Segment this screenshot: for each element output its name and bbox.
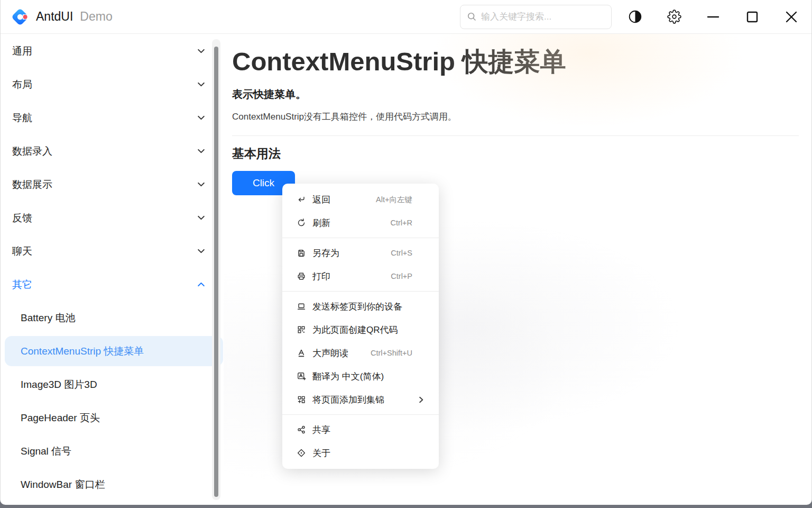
context-menu-label: 返回 — [312, 194, 330, 206]
sidebar-group-layout[interactable]: 布局 — [1, 68, 224, 101]
sidebar-scrollbar-track[interactable] — [212, 39, 220, 500]
chevron-down-icon — [197, 147, 206, 156]
theme-contrast-button[interactable] — [623, 5, 647, 29]
context-menu-item-read-aloud[interactable]: 大声朗读 Ctrl+Shift+U — [282, 341, 439, 365]
sidebar-item-label: ContextMenuStrip 快捷菜单 — [21, 344, 144, 358]
app-name: AntdUI — [36, 10, 73, 24]
about-icon — [296, 448, 307, 458]
context-menu-shortcut: Ctrl+R — [391, 219, 413, 227]
app-mode-label: Demo — [80, 10, 112, 24]
maximize-button[interactable] — [741, 5, 764, 29]
chevron-down-icon — [197, 180, 206, 189]
context-menu-label: 发送标签页到你的设备 — [312, 301, 402, 313]
context-menu-item-print[interactable]: 打印 Ctrl+P — [282, 265, 439, 288]
chevron-up-icon — [197, 280, 206, 289]
sidebar-group-label: 聊天 — [12, 244, 32, 258]
translate-icon — [296, 371, 307, 381]
context-menu-item-add-to-collections[interactable]: 将页面添加到集锦 — [282, 388, 439, 411]
sidebar-group-general[interactable]: 通用 — [1, 34, 224, 68]
context-menu-item-about[interactable]: 关于 — [282, 441, 439, 465]
titlebar: AntdUI Demo — [1, 0, 811, 34]
sidebar-group-label: 数据展示 — [12, 178, 52, 192]
context-menu-item-back[interactable]: 返回 Alt+向左键 — [282, 188, 439, 211]
read-aloud-icon — [296, 348, 307, 358]
search-icon — [467, 12, 477, 22]
sidebar-item-windowbar[interactable]: WindowBar 窗口栏 — [1, 468, 224, 501]
sidebar-group-label: 导航 — [12, 111, 32, 125]
gear-icon — [667, 10, 681, 24]
context-menu: 返回 Alt+向左键 刷新 Ctrl+R 另存为 Ctrl+S — [282, 184, 439, 469]
antdui-logo-icon — [10, 7, 30, 27]
sidebar-group-label: 通用 — [12, 44, 32, 58]
context-menu-shortcut: Ctrl+Shift+U — [371, 349, 412, 357]
titlebar-buttons — [623, 5, 803, 29]
settings-button[interactable] — [662, 5, 686, 29]
context-menu-item-refresh[interactable]: 刷新 Ctrl+R — [282, 211, 439, 234]
section-divider — [232, 135, 799, 136]
context-menu-shortcut: Alt+向左键 — [376, 195, 412, 205]
sidebar: 通用 布局 导航 数据录入 数据展示 反馈 — [1, 34, 224, 504]
sidebar-item-label: Signal 信号 — [21, 444, 71, 458]
minimize-button[interactable] — [702, 5, 725, 29]
search-box[interactable] — [460, 5, 612, 29]
sidebar-group-label: 反馈 — [12, 211, 32, 225]
context-menu-label: 翻译为 中文(简体) — [312, 370, 384, 383]
context-menu-label: 将页面添加到集锦 — [312, 394, 384, 406]
context-menu-label: 另存为 — [312, 247, 339, 259]
sidebar-item-image3d[interactable]: Image3D 图片3D — [1, 368, 224, 401]
chevron-down-icon — [197, 80, 206, 89]
qr-code-icon — [296, 325, 307, 334]
sidebar-scrollbar-thumb[interactable] — [214, 47, 218, 497]
context-menu-item-translate[interactable]: 翻译为 中文(简体) — [282, 365, 439, 388]
maximize-icon — [745, 10, 759, 24]
send-to-device-icon — [296, 302, 307, 311]
sidebar-group-label: 数据录入 — [12, 144, 52, 158]
sidebar-item-signal[interactable]: Signal 信号 — [1, 434, 224, 468]
refresh-icon — [296, 218, 307, 228]
context-menu-shortcut: Ctrl+P — [391, 272, 412, 280]
titlebar-right — [460, 5, 803, 29]
app-brand: AntdUI Demo — [10, 7, 113, 27]
context-menu-item-save-as[interactable]: 另存为 Ctrl+S — [282, 241, 439, 265]
sidebar-group-data-display[interactable]: 数据展示 — [1, 168, 224, 201]
context-menu-item-create-qr[interactable]: 为此页面创建QR代码 — [282, 318, 439, 341]
share-icon — [296, 425, 307, 434]
sidebar-item-label: Battery 电池 — [21, 311, 75, 325]
sidebar-group-chat[interactable]: 聊天 — [1, 234, 224, 268]
save-icon — [296, 248, 307, 258]
section-title: 基本用法 — [232, 146, 799, 162]
context-menu-label: 打印 — [312, 270, 330, 283]
sidebar-item-pageheader[interactable]: PageHeader 页头 — [1, 401, 224, 434]
sidebar-group-label: 布局 — [12, 78, 32, 92]
back-icon — [296, 195, 307, 204]
submenu-chevron-right-icon — [417, 396, 425, 404]
sidebar-item-label: WindowBar 窗口栏 — [21, 478, 105, 492]
close-button[interactable] — [780, 5, 803, 29]
contrast-icon — [628, 10, 642, 24]
context-menu-label: 关于 — [312, 447, 330, 459]
chevron-down-icon — [197, 47, 206, 56]
search-input[interactable] — [481, 12, 605, 22]
sidebar-group-label: 其它 — [12, 278, 32, 292]
chevron-down-icon — [197, 213, 206, 222]
close-icon — [785, 10, 798, 24]
sidebar-group-feedback[interactable]: 反馈 — [1, 201, 224, 234]
sidebar-group-data-entry[interactable]: 数据录入 — [1, 134, 224, 168]
context-menu-item-send-to-device[interactable]: 发送标签页到你的设备 — [282, 295, 439, 318]
sidebar-group-navigation[interactable]: 导航 — [1, 101, 224, 134]
sidebar-item-label: PageHeader 页头 — [21, 411, 100, 425]
context-menu-item-share[interactable]: 共享 — [282, 418, 439, 441]
context-menu-label: 为此页面创建QR代码 — [312, 324, 398, 336]
minimize-icon — [706, 10, 720, 24]
app-window: AntdUI Demo — [0, 0, 812, 505]
sidebar-group-other[interactable]: 其它 — [1, 268, 224, 301]
printer-icon — [296, 271, 307, 281]
sidebar-item-battery[interactable]: Battery 电池 — [1, 301, 224, 334]
context-menu-divider — [282, 238, 439, 238]
page-title: ContextMenuStrip 快捷菜单 — [232, 44, 799, 79]
context-menu-shortcut: Ctrl+S — [391, 249, 412, 257]
chevron-down-icon — [197, 113, 206, 122]
context-menu-label: 大声朗读 — [312, 347, 348, 359]
sidebar-item-contextmenustrip[interactable]: ContextMenuStrip 快捷菜单 — [1, 334, 224, 368]
chevron-down-icon — [197, 247, 206, 256]
